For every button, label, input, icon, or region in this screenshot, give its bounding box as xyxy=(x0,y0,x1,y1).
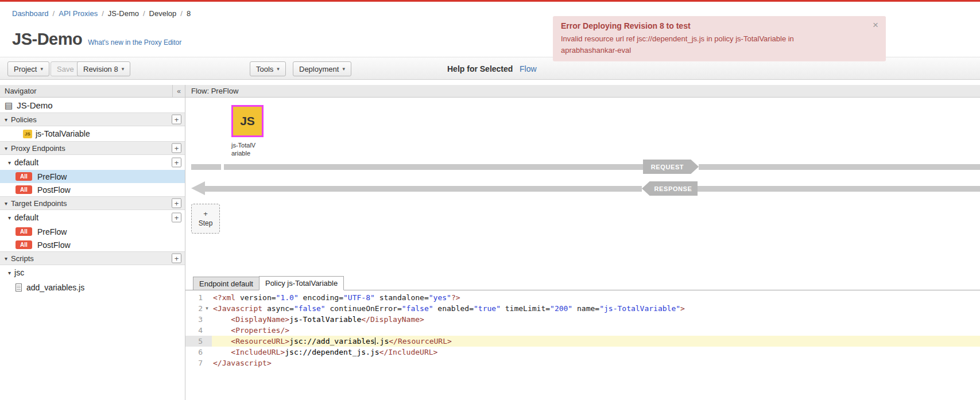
sidebar-item-js-demo[interactable]: ▤JS-Demo xyxy=(0,98,185,112)
line-number: 6 xyxy=(185,347,203,358)
sidebar-item-proxy-preflow[interactable]: AllPreFlow xyxy=(0,170,185,183)
policy-node-label-line1: js-TotalV xyxy=(231,141,267,149)
breadcrumb: Dashboard/API Proxies/JS-Demo/Develop/8 xyxy=(0,2,191,25)
close-icon[interactable]: × xyxy=(873,20,878,30)
code-token: enabled= xyxy=(433,304,474,313)
disclosure-triangle-icon[interactable]: ▾ xyxy=(8,215,11,221)
code-line-3[interactable]: 3 <DisplayName>js-TotalVariable</Display… xyxy=(185,314,980,325)
code-token: <DisplayName> xyxy=(231,315,289,324)
revision-button[interactable]: Revision 8 ▾ xyxy=(77,61,130,76)
sidebar-section-target-endpoints[interactable]: ▾Target Endpoints+ xyxy=(0,196,185,210)
js-policy-icon: JS xyxy=(240,114,255,128)
sidebar-item-label: Target Endpoints xyxy=(11,199,67,208)
sidebar-item-add-variables-js[interactable]: add_variables.js xyxy=(0,280,185,295)
tab-policy-js-totalvariable[interactable]: Policy js-TotalVariable xyxy=(259,276,344,290)
code-token xyxy=(213,315,231,324)
code-text: <?xml version="1.0" encoding="UTF-8" sta… xyxy=(212,292,460,303)
line-gutter: 6 xyxy=(185,347,212,358)
add-button-proxy-endpoints[interactable]: + xyxy=(172,143,181,153)
line-gutter: 4 xyxy=(185,325,212,336)
sidebar-item-policy-js-totalvariable[interactable]: JSjs-TotalVariable xyxy=(0,126,185,141)
sidebar-item-proxy-postflow[interactable]: AllPostFlow xyxy=(0,183,185,196)
code-token: js-TotalVariable xyxy=(289,315,361,324)
sidebar-item-jsc-folder[interactable]: ▾jsc xyxy=(0,265,185,280)
code-line-2[interactable]: 2▾<Javascript async="false" continueOnEr… xyxy=(185,303,980,314)
sidebar-item-label: Proxy Endpoints xyxy=(11,144,65,153)
sidebar-section-policies[interactable]: ▾Policies+ xyxy=(0,112,185,126)
response-flow-banner: RESPONSE xyxy=(642,181,698,196)
code-text: <DisplayName>js-TotalVariable</DisplayNa… xyxy=(212,314,424,325)
add-button-scripts[interactable]: + xyxy=(172,254,181,263)
code-token: > xyxy=(680,304,685,313)
sidebar-item-target-preflow[interactable]: AllPreFlow xyxy=(0,225,185,238)
chevron-down-icon: ▾ xyxy=(277,66,280,72)
breadcrumb-item-dashboard[interactable]: Dashboard xyxy=(12,9,49,18)
sidebar-item-label: JS-Demo xyxy=(17,100,53,110)
response-flow-bar-end xyxy=(698,186,980,192)
code-token: <ResourceURL> xyxy=(231,337,289,345)
flow-condition-badge: All xyxy=(16,227,32,236)
deployment-button[interactable]: Deployment ▾ xyxy=(293,61,351,76)
page-header: JS-Demo What's new in the Proxy Editor xyxy=(12,30,181,49)
code-line-4[interactable]: 4 <Properties/> xyxy=(185,325,980,336)
disclosure-triangle-icon[interactable]: ▾ xyxy=(5,145,7,152)
line-gutter: 1 xyxy=(185,292,212,303)
code-line-5[interactable]: 5 <ResourceURL>jsc://add_variables.js</R… xyxy=(185,336,980,347)
code-token: jsc://add_variables xyxy=(289,337,375,345)
breadcrumb-item-8: 8 xyxy=(187,9,191,18)
whats-new-link[interactable]: What's new in the Proxy Editor xyxy=(88,38,181,46)
flow-condition-badge: All xyxy=(16,240,32,249)
line-number: 3 xyxy=(185,314,203,325)
add-button-policies[interactable]: + xyxy=(172,115,181,125)
sidebar-item-label: Policies xyxy=(11,115,37,124)
tab-endpoint-default[interactable]: Endpoint default xyxy=(193,277,259,290)
code-token: "false" xyxy=(402,304,433,313)
code-token: .js xyxy=(375,337,389,345)
sidebar-item-target-default[interactable]: ▾default+ xyxy=(0,210,185,225)
request-flow-bar xyxy=(224,164,643,170)
sidebar-section-scripts[interactable]: ▾Scripts+ xyxy=(0,251,185,265)
code-token: version= xyxy=(235,293,276,302)
sidebar-item-label: PreFlow xyxy=(37,172,67,181)
sidebar-item-proxy-default[interactable]: ▾default+ xyxy=(0,155,185,170)
code-token: name= xyxy=(572,304,599,313)
code-token xyxy=(213,326,231,335)
policy-node-label-line2: ariable xyxy=(231,149,267,157)
add-button-proxy-default[interactable]: + xyxy=(172,158,181,168)
disclosure-triangle-icon[interactable]: ▾ xyxy=(5,255,7,262)
breadcrumb-item-api-proxies[interactable]: API Proxies xyxy=(59,9,98,18)
code-token: "false" xyxy=(294,304,326,313)
add-button-target-endpoints[interactable]: + xyxy=(172,199,181,208)
sidebar-section-proxy-endpoints[interactable]: ▾Proxy Endpoints+ xyxy=(0,141,185,155)
collapse-navigator-button[interactable]: « xyxy=(172,85,185,97)
disclosure-triangle-icon[interactable]: ▾ xyxy=(5,200,7,207)
code-text: <Javascript async="false" continueOnErro… xyxy=(212,303,685,314)
disclosure-triangle-icon[interactable]: ▾ xyxy=(8,270,11,276)
breadcrumb-separator: / xyxy=(180,9,183,18)
code-editor[interactable]: 1<?xml version="1.0" encoding="UTF-8" st… xyxy=(185,290,980,368)
request-banner-label: REQUEST xyxy=(651,164,684,170)
code-token: continueOnError= xyxy=(326,304,402,313)
fold-marker-icon[interactable]: ▾ xyxy=(203,303,211,314)
revision-button-label: Revision 8 xyxy=(83,65,118,73)
policy-node-js-totalvariable[interactable]: JS xyxy=(231,105,264,137)
add-button-target-default[interactable]: + xyxy=(172,213,181,223)
error-toast-title: Error Deploying Revision 8 to test xyxy=(561,21,866,30)
code-text: <ResourceURL>jsc://add_variables.js</Res… xyxy=(212,336,452,347)
code-line-6[interactable]: 6 <IncludeURL>jsc://dependent_js.js</Inc… xyxy=(185,347,980,358)
code-token: jsc://dependent_js.js xyxy=(285,348,379,356)
project-button[interactable]: Project ▾ xyxy=(7,61,49,76)
sidebar-item-target-postflow[interactable]: AllPostFlow xyxy=(0,238,185,251)
add-step-button[interactable]: + Step xyxy=(191,204,220,234)
tools-button[interactable]: Tools ▾ xyxy=(250,61,286,76)
save-button[interactable]: Save xyxy=(51,61,80,76)
help-flow-link[interactable]: Flow xyxy=(520,64,537,73)
code-line-7[interactable]: 7</Javascript> xyxy=(185,358,980,368)
disclosure-triangle-icon[interactable]: ▾ xyxy=(8,160,11,166)
code-line-1[interactable]: 1<?xml version="1.0" encoding="UTF-8" st… xyxy=(185,292,980,303)
sidebar-item-label: PostFlow xyxy=(37,240,71,250)
line-gutter: 2▾ xyxy=(185,303,212,314)
disclosure-triangle-icon[interactable]: ▾ xyxy=(5,116,7,123)
file-icon xyxy=(16,284,22,292)
fold-slot xyxy=(203,336,211,347)
